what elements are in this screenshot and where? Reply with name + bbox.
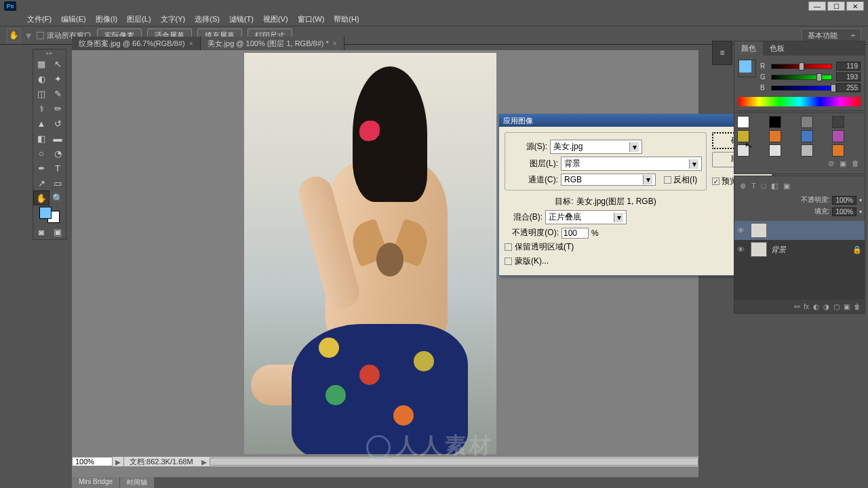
fx-icon[interactable]: fx [804,303,809,310]
preserve-transparency-checkbox[interactable]: 保留透明区域(T) [505,241,707,253]
b-value[interactable]: 255 [836,83,861,92]
marquee-tool-icon[interactable]: ↖ [50,56,66,71]
screenmode-icon[interactable]: ▣ [50,224,66,239]
swatches-tab[interactable]: 色板 [763,41,791,56]
g-value[interactable]: 193 [836,73,861,81]
menu-edit[interactable]: 编辑(E) [61,14,86,24]
opacity-input[interactable] [561,228,589,239]
menu-view[interactable]: 视图(V) [263,14,288,24]
filter-icon[interactable]: ⊕ [740,182,746,190]
menu-file[interactable]: 文件(F) [27,14,52,24]
zoom-tool-icon[interactable]: 🔍 [50,190,66,205]
foreground-color-swatch[interactable] [39,207,52,219]
move-tool-icon[interactable]: ▦ [33,56,50,71]
timeline-tab[interactable]: 时间轴 [120,477,155,488]
hand-tool-icon[interactable]: ✋ [33,190,50,205]
blur-tool-icon[interactable]: ○ [33,146,50,161]
filter-icon[interactable]: ◧ [771,182,778,190]
tab-close-icon[interactable]: × [189,40,193,47]
swatch-cell[interactable] [737,116,749,128]
layer-opacity-value[interactable]: 100% [832,196,856,205]
layer-select[interactable]: 背景▾ [561,157,702,171]
dialog-titlebar[interactable]: 应用图像 ✕ [499,115,772,127]
brush-tool-icon[interactable]: ✏ [50,101,66,116]
g-slider[interactable] [771,75,832,80]
menu-select[interactable]: 选择(S) [195,14,220,24]
mini-bridge-tab[interactable]: Mini Bridge [72,477,120,488]
color-swatches[interactable] [39,207,60,223]
history-brush-icon[interactable]: ↺ [50,116,66,131]
filter-icon[interactable]: ▣ [783,182,790,190]
app-icon: Ps [4,1,16,11]
mask-icon[interactable]: ◐ [813,303,819,310]
r-slider[interactable] [771,64,832,69]
layer-name[interactable]: 背景 [771,245,786,255]
layer-row[interactable]: 👁 背景 🔒 [734,240,865,259]
channel-select[interactable]: RGB▾ [561,174,656,186]
swatch-cell[interactable] [832,144,844,157]
swatch-cell[interactable] [769,130,781,142]
new-layer-icon[interactable]: ▣ [844,303,850,310]
wand-tool-icon[interactable]: ✦ [50,71,66,86]
visibility-icon[interactable]: 👁 [737,245,747,253]
minimize-button[interactable]: — [808,1,826,11]
hand-tool-icon[interactable]: ✋ [7,28,20,42]
close-button[interactable]: ✕ [846,1,864,11]
quickmask-icon[interactable]: ◙ [33,224,50,239]
source-select[interactable]: 美女.jpg▾ [550,140,642,154]
maximize-button[interactable]: ☐ [827,1,845,11]
spectrum-bar[interactable] [738,97,861,106]
swatch-cell[interactable] [801,116,813,128]
shape-tool-icon[interactable]: ▭ [50,176,66,190]
swatch-cell[interactable] [769,116,781,128]
filter-icon[interactable]: T [751,182,756,190]
color-tab[interactable]: 颜色 [734,41,763,56]
layer-row[interactable]: 👁 [734,221,865,240]
eyedropper-tool-icon[interactable]: ✎ [50,86,66,101]
menu-help[interactable]: 帮助(H) [334,14,359,24]
invert-checkbox[interactable]: 反相(I) [664,174,697,186]
visibility-icon[interactable]: 👁 [737,226,747,235]
eraser-tool-icon[interactable]: ◧ [33,131,50,146]
layer-thumbnail[interactable] [751,242,767,257]
dock-icon[interactable]: ≡ [715,45,730,60]
zoom-input[interactable] [72,457,113,466]
gradient-tool-icon[interactable]: ▬ [50,131,66,146]
stamp-tool-icon[interactable]: ▲ [33,116,50,131]
menu-filter[interactable]: 滤镜(T) [229,14,254,24]
layer-fill-value[interactable]: 100% [832,207,856,216]
color-preview[interactable] [738,60,756,77]
document-tab[interactable]: 美女.jpg @ 100% (图层 1, RGB/8#) *× [201,37,344,50]
filter-icon[interactable]: □ [762,182,766,190]
swatch-cell[interactable] [769,144,781,157]
swatch-icon[interactable]: ⊘ [828,159,834,168]
swatch-cell[interactable] [832,116,844,128]
menu-image[interactable]: 图像(I) [96,14,117,24]
swatch-icon[interactable]: ▣ [840,159,846,168]
menu-layer[interactable]: 图层(L) [127,14,151,24]
trash-icon[interactable]: 🗑 [854,303,861,310]
group-icon[interactable]: ▢ [833,303,840,310]
dodge-tool-icon[interactable]: ◔ [50,146,66,161]
path-tool-icon[interactable]: ↗ [33,176,50,190]
adjustment-icon[interactable]: ◑ [823,303,829,310]
swatch-icon[interactable]: 🗑 [852,159,859,168]
crop-tool-icon[interactable]: ◫ [33,86,50,101]
document-tab[interactable]: 纹身图案.jpg @ 66.7%(RGB/8#)× [72,37,201,50]
tab-close-icon[interactable]: × [333,40,337,47]
link-icon[interactable]: ⚯ [794,303,800,310]
layer-thumbnail[interactable] [751,223,767,238]
menu-window[interactable]: 窗口(W) [298,14,325,24]
swatch-cell[interactable] [801,144,813,157]
b-slider[interactable] [771,85,832,91]
lasso-tool-icon[interactable]: ◐ [33,71,50,86]
pen-tool-icon[interactable]: ✒ [33,161,50,176]
swatch-cell[interactable] [801,130,813,142]
menu-type[interactable]: 文字(Y) [161,14,186,24]
blend-select[interactable]: 正片叠底▾ [545,210,627,224]
type-tool-icon[interactable]: T [50,161,66,176]
r-value[interactable]: 119 [836,62,861,70]
mask-checkbox[interactable]: 蒙版(K)... [505,256,707,267]
healing-tool-icon[interactable]: ⚕ [33,101,50,116]
swatch-cell[interactable] [832,130,844,142]
